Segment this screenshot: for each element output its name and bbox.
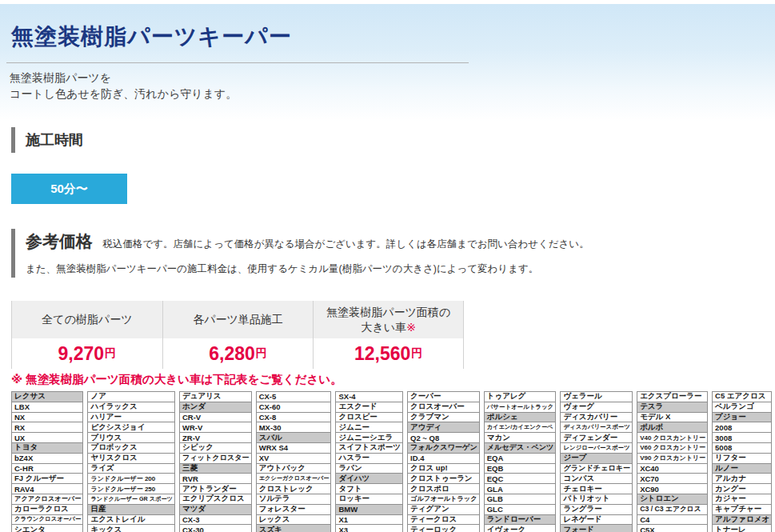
car-model-cell: アウトバック bbox=[256, 463, 332, 474]
car-brand-header: ルノー bbox=[712, 463, 772, 474]
car-table-column: C5 エアクロスベルランゴプジョー200830085008リフタールノーアルカナ… bbox=[712, 391, 772, 532]
car-brand-header: ダイハツ bbox=[335, 473, 403, 484]
price-header: 無塗装樹脂パーツ面積の 大きい車※ bbox=[314, 301, 463, 338]
car-brand-header: ポルシェ bbox=[484, 412, 557, 423]
price-value: 12,560円 bbox=[314, 338, 463, 369]
car-model-cell: RVR bbox=[179, 473, 252, 484]
car-model-cell: ノア bbox=[87, 391, 175, 402]
car-model-cell: CX-3 bbox=[179, 514, 252, 526]
car-model-cell: トナーレ bbox=[712, 524, 772, 532]
car-model-cell: エクリプスクロス bbox=[179, 494, 252, 505]
car-model-cell: ラングラー bbox=[560, 504, 633, 515]
car-model-cell: ディフェンダー bbox=[560, 432, 633, 443]
car-brand-header: メルセデス・ベンツ bbox=[484, 442, 557, 454]
car-model-cell: UX bbox=[11, 432, 83, 443]
car-brand-header: トヨタ bbox=[11, 442, 83, 454]
car-model-cell: グランドチェロキー bbox=[560, 463, 633, 474]
car-model-cell: ZR-V bbox=[179, 432, 252, 443]
car-model-cell: パトリオット bbox=[560, 494, 633, 505]
car-brand-header: ジープ bbox=[560, 453, 633, 464]
car-model-cell: ラパン bbox=[335, 463, 403, 474]
car-model-cell: アルカナ bbox=[712, 473, 772, 484]
car-model-cell: WR-V bbox=[179, 422, 252, 433]
car-brand-header: BMW bbox=[335, 504, 403, 515]
car-model-cell: クラウンクロスオーバー bbox=[11, 514, 83, 526]
car-model-cell: カングー bbox=[712, 483, 772, 494]
car-model-cell: CX-30 bbox=[179, 524, 252, 532]
car-model-cell: ハイラックス bbox=[87, 402, 175, 413]
car-model-cell: X1 bbox=[335, 514, 403, 526]
car-model-cell: ディスカバリースポーツ bbox=[560, 422, 633, 433]
car-model-cell: CX-5 bbox=[256, 391, 332, 402]
car-model-cell: GLB bbox=[484, 494, 557, 505]
car-model-cell: パサートオールトラック bbox=[484, 402, 557, 413]
car-model-cell: シビック bbox=[179, 442, 252, 454]
car-table-column: SX-4エスクードクロスビージムニージムニーシエラスイフトスポーツハスラーラパン… bbox=[335, 391, 403, 532]
car-model-cell: V40 クロスカントリー bbox=[637, 432, 708, 443]
car-model-cell: トゥアレグ bbox=[484, 391, 557, 402]
car-brand-header: テスラ bbox=[637, 402, 708, 413]
car-model-cell: マカン bbox=[484, 432, 557, 443]
car-model-cell: SX-4 bbox=[335, 391, 403, 402]
yen-unit: 円 bbox=[105, 346, 116, 361]
car-model-cell: 2008 bbox=[712, 422, 772, 433]
car-table-column: デュアリスホンダCR-VWR-VZR-Vシビックフィットクロスター三菱RVRアウ… bbox=[179, 391, 252, 532]
car-model-cell: ソルテラ bbox=[256, 494, 332, 505]
car-table-column: エクスプローラーテスラモデル XボルボV40 クロスカントリーV60 クロスカン… bbox=[637, 391, 708, 532]
car-table-column: CX-5CX-60CX-8MX-30スバルWRX S4XVアウトバックエクシーガ… bbox=[256, 391, 332, 532]
car-brand-header: アウディ bbox=[407, 422, 480, 433]
car-table-column: レクサスLBXNXRXUXトヨタbZ4XC-HRFJ クルーザーRAV4アクアク… bbox=[11, 391, 83, 532]
car-model-cell: CR-V bbox=[179, 412, 252, 423]
car-model-cell: モデル X bbox=[637, 412, 708, 423]
car-model-cell: XC40 bbox=[637, 463, 708, 474]
car-brand-header: ランドローバー bbox=[484, 514, 557, 526]
car-model-cell: フィットクロスター bbox=[179, 453, 252, 464]
car-model-cell: スイフトスポーツ bbox=[335, 442, 403, 454]
car-model-cell: RAV4 bbox=[11, 483, 83, 494]
car-model-cell: コンパス bbox=[560, 473, 633, 484]
car-model-cell: bZ4X bbox=[11, 453, 83, 464]
car-model-cell: ID.4 bbox=[407, 453, 480, 464]
car-model-cell: プロボックス bbox=[87, 442, 175, 454]
car-model-cell: クラブマン bbox=[407, 412, 480, 423]
car-model-cell: LBX bbox=[11, 402, 83, 413]
car-model-cell: ヴォーグ bbox=[560, 402, 633, 413]
car-model-cell: レンジローバースポーツ bbox=[560, 442, 633, 454]
car-model-cell: C3 / C3 エアクロス bbox=[637, 504, 708, 515]
car-table-column: クーパークロスオーバークラブマンアウディQ2 ~ Q8フォルクスワーゲンID.4… bbox=[407, 391, 480, 532]
price-header: 各パーツ単品施工 bbox=[163, 301, 314, 338]
car-model-cell: ヴェラール bbox=[560, 391, 633, 402]
car-model-cell: プリウス bbox=[87, 432, 175, 443]
reference-price-note: また、無塗装樹脂パーツキーパーの施工料金は、使用するケミカル量(樹脂パーツの大き… bbox=[26, 262, 775, 276]
price-table: 全ての樹脂パーツ 9,270円 各パーツ単品施工 6,280円 無塗装樹脂パーツ… bbox=[11, 301, 464, 369]
car-brand-header: フォルクスワーゲン bbox=[407, 442, 480, 454]
car-model-cell: エスクード bbox=[335, 402, 403, 413]
reference-price-line: 参考価格 税込価格です。店舗によって価格が異なる場合がございます。詳しくは各店舗… bbox=[26, 230, 775, 253]
car-table-column: ヴェラールヴォーグディスカバリーディスカバリースポーツディフェンダーレンジローバ… bbox=[560, 391, 633, 532]
car-model-cell: Q2 ~ Q8 bbox=[407, 432, 480, 443]
car-brand-header: スバル bbox=[256, 432, 332, 443]
car-model-cell: ゴルフオールトラック bbox=[407, 494, 480, 505]
car-model-cell: クロスポロ bbox=[407, 483, 480, 494]
car-model-cell: クロストレック bbox=[256, 483, 332, 494]
car-model-cell: リフター bbox=[712, 453, 772, 464]
car-model-cell: ティーロック bbox=[407, 524, 480, 532]
car-model-cell: クロスオーバー bbox=[407, 402, 480, 413]
car-table: レクサスLBXNXRXUXトヨタbZ4XC-HRFJ クルーザーRAV4アクアク… bbox=[11, 391, 764, 532]
car-model-cell: シエンタ bbox=[11, 524, 83, 532]
car-model-cell: NX bbox=[11, 412, 83, 423]
car-model-cell: ディスカバリー bbox=[560, 412, 633, 423]
car-model-cell: ベルランゴ bbox=[712, 402, 772, 413]
car-brand-header: 日産 bbox=[87, 504, 175, 515]
page-description-line1: 無塗装樹脂パーツを bbox=[10, 70, 775, 86]
car-model-cell: V60 クロスカントリー bbox=[637, 442, 708, 454]
car-model-cell: レネゲード bbox=[560, 514, 633, 526]
yen-unit: 円 bbox=[411, 346, 422, 361]
section-heading-reference-price: 参考価格 bbox=[26, 232, 93, 250]
yen-unit: 円 bbox=[256, 346, 267, 361]
car-model-cell: ジムニーシエラ bbox=[335, 432, 403, 443]
car-model-cell: ティークロス bbox=[407, 514, 480, 526]
car-model-cell: XV bbox=[256, 453, 332, 464]
price-header: 全ての樹脂パーツ bbox=[12, 301, 162, 338]
car-model-cell: RX bbox=[11, 422, 83, 433]
